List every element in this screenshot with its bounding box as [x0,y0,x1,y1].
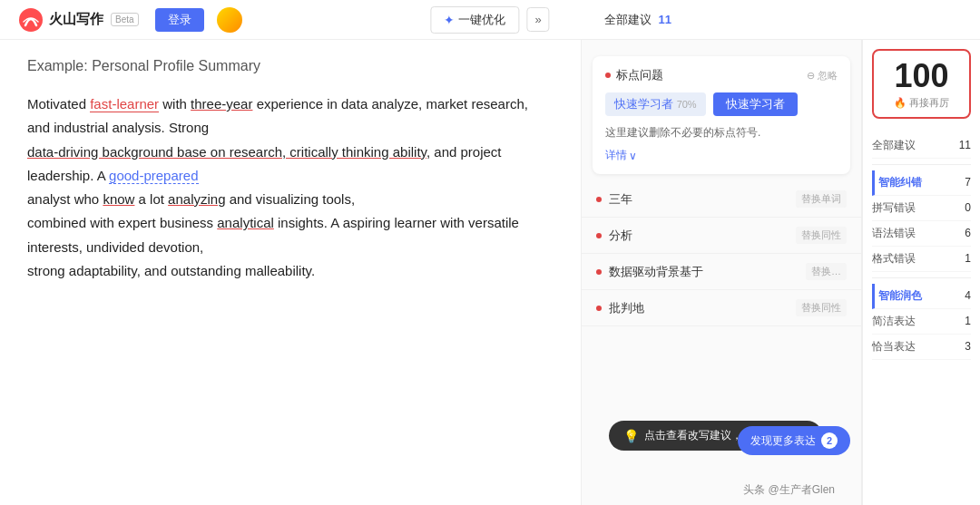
avatar[interactable] [217,7,242,33]
right-item-appropriate[interactable]: 恰当表达 3 [872,335,971,360]
highlight-three-year: three-year [191,96,252,112]
watermark: 头条 @生产者Glen [743,482,835,498]
highlight-data-driving[interactable]: data-driving background base on research… [27,144,426,160]
text-with: with [159,96,191,112]
suggestion-tag-2: 替换… [806,263,847,280]
logo-area: 火山写作 Beta 登录 [18,7,242,33]
suggestion-text-2: 数据驱动背景基于 [609,264,806,280]
doc-body: Motivated fast-learner with three-year e… [27,92,554,283]
word-options: 快速学习者 70% 快速学习者 [605,92,838,116]
right-item-name-smart: 智能纠错 [878,175,922,190]
right-item-count-concise: 1 [965,315,971,327]
right-item-count-smart: 7 [965,176,971,189]
suggestions-label: 全部建议 11 [604,12,671,28]
right-item-grammar[interactable]: 语法错误 6 [872,221,971,247]
card-title: 标点问题 [605,67,663,83]
highlight-good-prepared[interactable]: good-prepared [109,168,198,184]
highlight-analytical[interactable]: analytical [217,215,274,230]
highlight-know[interactable]: know [103,191,134,207]
suggestion-tag-3: 替换同性 [796,299,847,316]
word-score: 70% [677,99,697,110]
right-item-count-all: 11 [959,139,971,151]
right-item-smart-correct[interactable]: 智能纠错 7 [872,170,971,196]
suggestion-item-0[interactable]: 三年 替换单词 [582,181,861,218]
right-item-name-appropriate: 恰当表达 [872,339,916,354]
logo-icon [18,7,44,33]
logo-text: 火山写作 [49,11,103,28]
right-item-count-appropriate: 3 [965,340,971,353]
discover-button[interactable]: 发现更多表达 2 [738,426,850,455]
suggestion-item-2[interactable]: 数据驱动背景基于 替换… [582,254,861,290]
score-subtitle: 🔥 再接再厉 [883,96,960,110]
suggestion-text-1: 分析 [609,228,796,244]
text-strong: strong adaptability, and outstanding mal… [27,263,315,278]
star-icon: ✦ [444,13,455,27]
highlight-fast-learner[interactable]: fast-learner [90,96,159,112]
suggestion-dot-1 [596,233,602,238]
card-detail-button[interactable]: 详情 ∨ [605,148,838,163]
right-item-name-format: 格式错误 [872,251,916,267]
suggestion-item-3[interactable]: 批判地 替换同性 [582,290,861,326]
right-item-name-spelling: 拼写错误 [872,200,916,216]
editor-area: Example: Personal Profile Summary Motiva… [0,40,581,505]
suggestions-panel: 标点问题 ⊖ 忽略 快速学习者 70% 快速学习者 这里建议删除不必要的标点符号… [581,40,862,505]
optimize-button[interactable]: ✦ 一键优化 [430,6,519,34]
more-button[interactable]: » [526,7,549,32]
bulb-icon: 💡 [623,429,639,443]
right-divider-1 [872,164,971,165]
suggestion-text-3: 批判地 [609,300,796,316]
card-desc: 这里建议删除不必要的标点符号. [605,125,838,141]
suggestion-dot-0 [596,197,602,202]
text-motivated: Motivated [27,96,90,112]
word-original: 快速学习者 70% [605,92,706,116]
right-item-name-all: 全部建议 [872,138,916,153]
text-analyst: analyst who [27,191,103,207]
card-ignore-button[interactable]: ⊖ 忽略 [807,69,838,83]
fire-icon: 🔥 [894,97,906,109]
suggestion-text-0: 三年 [609,191,796,208]
right-item-format[interactable]: 格式错误 1 [872,247,971,272]
main-layout: Example: Personal Profile Summary Motiva… [0,40,980,505]
text-combined: combined with expert business [27,215,217,230]
right-item-name-polish: 智能润色 [878,288,922,304]
doc-title: Example: Personal Profile Summary [27,58,554,74]
suggestions-count: 11 [659,13,671,26]
suggestion-card: 标点问题 ⊖ 忽略 快速学习者 70% 快速学习者 这里建议删除不必要的标点符号… [593,56,850,174]
login-button[interactable]: 登录 [155,8,204,32]
card-header: 标点问题 ⊖ 忽略 [605,67,838,83]
right-item-name-concise: 简洁表达 [872,314,916,329]
right-item-polish[interactable]: 智能润色 4 [872,284,971,309]
score-number: 100 [883,58,960,94]
right-item-count-polish: 4 [965,289,971,302]
right-divider-2 [872,277,971,278]
right-item-name-grammar: 语法错误 [872,226,916,241]
discover-badge: 2 [821,432,838,449]
right-item-count-spelling: 0 [965,201,971,214]
suggestion-dot-2 [596,269,602,275]
word-suggested[interactable]: 快速学习者 [713,92,798,116]
suggestion-tag-0: 替换单词 [796,190,847,208]
right-item-count-grammar: 6 [965,227,971,239]
suggestion-dot-3 [596,306,602,311]
suggestion-item-1[interactable]: 分析 替换同性 [582,218,861,254]
nav-center: ✦ 一键优化 » [430,6,549,34]
navbar: 火山写作 Beta 登录 ✦ 一键优化 » 全部建议 11 [0,0,980,40]
text-visualizing: and visualizing tools, [226,191,356,207]
highlight-analyzing[interactable]: analyzing [168,191,225,207]
card-dot [605,73,611,78]
right-item-spelling[interactable]: 拼写错误 0 [872,196,971,221]
right-item-concise[interactable]: 简洁表达 1 [872,309,971,335]
beta-badge: Beta [111,13,139,26]
text-alot: a lot [134,191,168,207]
right-panel: 100 🔥 再接再厉 全部建议 11 智能纠错 7 拼写错误 0 语法错误 6 … [862,40,980,505]
right-item-all[interactable]: 全部建议 11 [872,133,971,159]
suggestion-tag-1: 替换同性 [796,227,847,244]
right-item-count-format: 1 [965,252,971,265]
score-box: 100 🔥 再接再厉 [872,49,971,119]
